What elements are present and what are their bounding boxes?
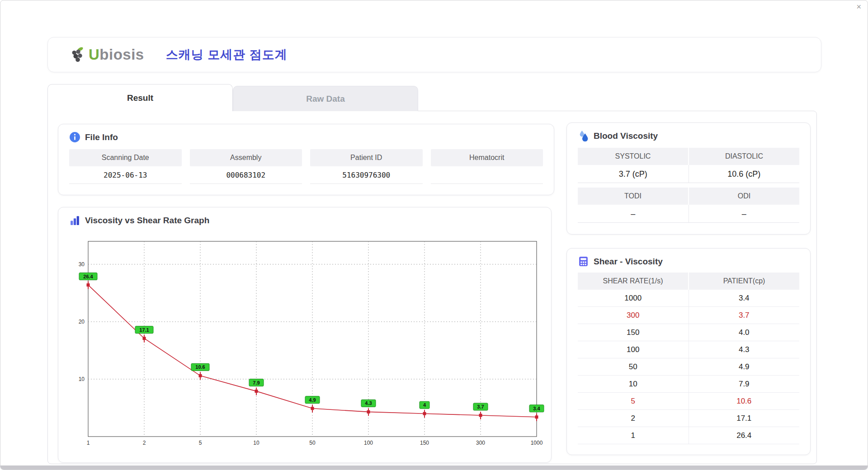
x-tick-label: 150	[420, 440, 429, 446]
field-value	[431, 166, 543, 184]
patient-cell: 7.9	[689, 376, 800, 393]
data-point-marker	[367, 410, 370, 414]
shear-viscosity-header: Shear - Viscosity	[578, 256, 799, 267]
shear-cell: 5	[578, 393, 689, 410]
table-row: 50 4.9	[578, 358, 799, 376]
point-label: 3.4	[533, 406, 540, 411]
table-row: – –	[578, 205, 799, 223]
table-row: 10 7.9	[578, 376, 799, 393]
data-point-marker	[255, 390, 258, 393]
shear-cell: 300	[578, 307, 689, 324]
x-tick-label: 2	[143, 440, 146, 446]
point-label: 10.6	[195, 364, 205, 370]
graph-header: Viscosity vs Shear Rate Graph	[69, 215, 540, 226]
shear-cell: 100	[578, 341, 689, 358]
table-row: 1 26.4	[578, 427, 799, 444]
shear-cell: 2	[578, 410, 689, 427]
patient-cell: 26.4	[689, 427, 800, 444]
patient-cell: 4.3	[689, 341, 800, 358]
odi-value: –	[689, 205, 800, 223]
droplet-icon	[578, 130, 589, 141]
data-point-marker	[311, 407, 314, 410]
patient-cell: 17.1	[689, 410, 800, 427]
data-point-marker	[143, 337, 146, 340]
shear-viscosity-title: Shear - Viscosity	[594, 257, 663, 267]
horizontal-scrollbar[interactable]	[0, 465, 868, 470]
systolic-value: 3.7 (cP)	[578, 165, 689, 183]
tab-raw-data[interactable]: Raw Data	[233, 86, 418, 111]
x-tick-label: 1	[87, 440, 90, 446]
data-point-marker	[199, 374, 202, 377]
shear-cell: 150	[578, 324, 689, 341]
x-tick-label: 300	[476, 440, 485, 446]
file-info-card: File Info Scanning Date 2025-06-13 Assem…	[58, 124, 554, 195]
info-icon	[69, 132, 80, 143]
app-window: × Ubiosis 스캐닝 모세관 점도계 Result Raw Data	[0, 0, 868, 470]
blood-viscosity-title: Blood Viscosity	[594, 131, 658, 141]
divider	[578, 183, 799, 188]
shear-cell: 1000	[578, 290, 689, 307]
diastolic-value: 10.6 (cP)	[689, 165, 800, 183]
shear-cell: 10	[578, 376, 689, 393]
file-info-fields: Scanning Date 2025-06-13 Assembly 000683…	[69, 149, 543, 184]
shear-cell: 50	[578, 358, 689, 376]
bar-chart-icon	[69, 215, 80, 226]
patient-cell: 3.4	[689, 290, 800, 307]
field-label: Hematocrit	[431, 149, 543, 166]
table-row: 3.7 (cP) 10.6 (cP)	[578, 165, 799, 183]
patient-cell: 3.7	[689, 307, 800, 324]
logo-text: Ubiosis	[89, 46, 144, 63]
point-label: 4	[423, 402, 426, 408]
data-point-marker	[423, 412, 426, 415]
header: Ubiosis 스캐닝 모세관 점도계	[47, 37, 821, 72]
point-label: 7.9	[253, 380, 259, 385]
y-tick-label: 10	[79, 376, 85, 382]
x-tick-label: 10	[253, 440, 259, 446]
odi-header: ODI	[689, 188, 799, 205]
tab-bar: Result Raw Data	[47, 84, 418, 111]
field-label: Scanning Date	[69, 149, 182, 166]
blood-viscosity-card: Blood Viscosity SYSTOLIC DIASTOLIC 3.7 (…	[566, 122, 811, 235]
point-label: 26.4	[83, 274, 93, 279]
close-icon[interactable]: ×	[856, 2, 861, 12]
tab-result[interactable]: Result	[47, 84, 233, 111]
table-row: 300 3.7	[578, 307, 799, 324]
point-label: 17.1	[139, 327, 149, 333]
table-row: TODI ODI	[578, 188, 799, 205]
y-tick-label: 20	[79, 319, 85, 325]
patient-cell: 4.9	[689, 358, 800, 376]
y-tick-label: 30	[79, 261, 85, 268]
field-label: Assembly	[190, 149, 302, 166]
patient-cell: 4.0	[689, 324, 800, 341]
x-tick-label: 50	[309, 440, 316, 446]
calculator-icon	[578, 256, 589, 267]
x-tick-label: 5	[199, 440, 202, 446]
blood-viscosity-header: Blood Viscosity	[578, 130, 799, 141]
data-point-marker	[479, 414, 482, 417]
shear-viscosity-table: SHEAR RATE(1/s) PATIENT(cp) 1000 3.4 300…	[578, 273, 799, 444]
x-tick-label: 1000	[531, 440, 543, 446]
field-value: 51630976300	[310, 166, 423, 184]
point-label: 4.9	[309, 397, 316, 403]
graph-card: Viscosity vs Shear Rate Graph 1020301251…	[58, 207, 552, 463]
table-row: 5 10.6	[578, 393, 799, 410]
table-header-row: SHEAR RATE(1/s) PATIENT(cp)	[578, 273, 799, 290]
graph-title: Viscosity vs Shear Rate Graph	[85, 216, 209, 226]
table-row: 2 17.1	[578, 410, 799, 427]
ubiosis-logo: Ubiosis	[69, 46, 144, 64]
data-point-marker	[535, 415, 538, 418]
viscosity-chart: 1020301251050100150300100026.417.110.67.…	[69, 234, 548, 451]
field-assembly: Assembly 000683102	[190, 149, 302, 184]
diastolic-header: DIASTOLIC	[689, 148, 799, 165]
file-info-header: File Info	[69, 132, 543, 143]
table-row: 100 4.3	[578, 341, 799, 358]
patient-cell: 10.6	[689, 393, 800, 410]
field-hematocrit: Hematocrit	[431, 149, 543, 184]
todi-header: TODI	[578, 188, 688, 205]
patient-column-header: PATIENT(cp)	[689, 273, 799, 290]
point-label: 3.7	[477, 404, 484, 409]
field-patient-id: Patient ID 51630976300	[310, 149, 423, 184]
app-title: 스캐닝 모세관 점도계	[166, 47, 288, 63]
logo-letters-biosis: biosis	[99, 46, 144, 63]
table-row: 150 4.0	[578, 324, 799, 341]
